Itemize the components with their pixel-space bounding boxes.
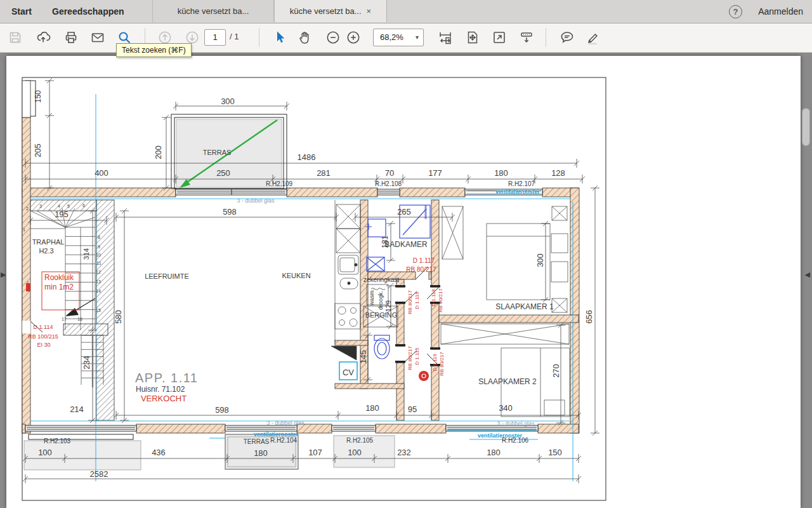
plan-label: 6 xyxy=(82,203,85,208)
zoom-out-icon[interactable] xyxy=(325,30,341,45)
tab-label: küche versetzt ba... xyxy=(290,6,362,16)
plan-label: R.H2.104 xyxy=(270,437,298,444)
plan-label: 16 xyxy=(77,317,82,321)
save-icon[interactable] xyxy=(8,30,23,45)
plan-label: 9 xyxy=(98,244,100,249)
plan-label: 14 xyxy=(96,289,101,293)
comment-icon[interactable] xyxy=(560,30,575,45)
fit-width-icon[interactable] xyxy=(438,30,453,45)
plan-label: wasm. xyxy=(369,289,375,306)
plan-label: 129 xyxy=(384,300,392,312)
page-number-input[interactable]: 1 xyxy=(204,29,226,46)
plan-label: 180 xyxy=(365,403,379,413)
plan-label: EI 30 xyxy=(37,342,50,348)
plan-label: 3 - dubbel glas xyxy=(237,197,275,204)
help-icon[interactable]: ? xyxy=(729,5,742,18)
plan-label: 17 xyxy=(62,317,67,321)
plan-label: 128 xyxy=(551,168,565,178)
plan-label: RB 80/217 xyxy=(438,288,443,312)
plan-label: 100 xyxy=(38,448,52,457)
plan-label: R.H2.109 xyxy=(266,180,293,187)
plan-label: 300 xyxy=(221,97,235,106)
plan-label: 2582 xyxy=(90,469,108,479)
kitchen-units xyxy=(331,200,360,360)
plan-label: TRAPHAL xyxy=(32,238,65,246)
plan-label: RB 80/217 xyxy=(439,352,445,376)
plan-label: 234 xyxy=(82,356,91,370)
plan-label: 70 xyxy=(385,168,394,178)
tab-label: küche versetzt ba... xyxy=(178,6,249,16)
plan-label: 270 xyxy=(551,364,561,378)
plan-label: 100 xyxy=(348,448,362,457)
plan-label: min 1m2 xyxy=(44,283,74,291)
plan-label: CV xyxy=(343,368,354,377)
print-icon[interactable] xyxy=(63,30,79,45)
hand-tool-icon[interactable] xyxy=(297,30,312,45)
plan-label: 181 xyxy=(381,236,390,248)
plan-label: 314 xyxy=(82,248,90,260)
plan-label: 4 xyxy=(58,204,60,208)
share-upload-icon[interactable] xyxy=(36,30,51,45)
plan-label: LEEFRUIMTE xyxy=(145,272,189,280)
plan-label: 400 xyxy=(95,168,108,178)
plan-label: D 1.114 xyxy=(34,324,53,330)
select-cursor-icon[interactable] xyxy=(272,30,287,45)
plan-label: 265 xyxy=(397,207,411,217)
pdf-page[interactable]: 300148640025028170177180128598265195TERR… xyxy=(6,56,801,508)
plan-label: 145 xyxy=(358,350,368,364)
plan-label: ventilatierooster xyxy=(478,432,523,439)
plan-label: 11 xyxy=(96,261,101,265)
menu-start[interactable]: Start xyxy=(3,0,41,23)
shaft-triangle xyxy=(331,346,357,360)
menu-tools[interactable]: Gereedschappen xyxy=(43,0,133,23)
plan-label: KEUKEN xyxy=(282,272,310,279)
search-tooltip: Tekst zoeken (⌘F) xyxy=(116,43,192,57)
plan-label: 12 xyxy=(96,270,101,274)
toolbar-separator xyxy=(259,28,259,47)
fullscreen-icon[interactable] xyxy=(492,30,507,45)
right-panel-toggle-icon[interactable]: ◀ xyxy=(805,271,810,279)
plan-label: R.H2.107 xyxy=(508,180,535,187)
plan-label: SLAAPKAMER 1 xyxy=(495,302,554,311)
plan-label: D 1.119 xyxy=(432,354,438,371)
plan-label: RB 80/217 xyxy=(406,266,436,273)
plan-label: 214 xyxy=(70,404,84,414)
chevron-down-icon: ▾ xyxy=(416,29,419,46)
left-panel-toggle-icon[interactable]: ▶ xyxy=(1,271,6,279)
plan-label: Rookluik xyxy=(44,273,74,282)
plan-label: 150 xyxy=(34,90,43,103)
plan-label: 150 xyxy=(548,448,562,457)
fit-page-icon[interactable] xyxy=(465,30,480,45)
zoom-in-icon[interactable] xyxy=(346,30,361,45)
signin-link[interactable]: Aanmelden xyxy=(758,0,803,23)
plan-label: 340 xyxy=(499,403,513,413)
plan-label: zekeringkast xyxy=(363,276,399,283)
zoom-level-value: 68,2% xyxy=(380,29,403,46)
plan-label: R.H2.103 xyxy=(44,438,71,444)
plan-label: TERRAS xyxy=(203,149,232,156)
highlighter-icon[interactable] xyxy=(585,30,600,45)
app-header: Start Gereedschappen küche versetzt ba..… xyxy=(0,0,812,23)
plan-label: 180 xyxy=(494,168,508,178)
plan-label: ventilatierooster xyxy=(495,189,540,195)
plan-label: 8 xyxy=(98,235,100,239)
tab-document-1[interactable]: küche versetzt ba... xyxy=(152,0,274,22)
plan-label: BADKAMER xyxy=(384,240,428,249)
close-icon[interactable]: × xyxy=(367,0,372,22)
scrollbar-thumb[interactable] xyxy=(802,108,810,146)
plan-label: R.H2.105 xyxy=(346,437,374,444)
plan-label: 232 xyxy=(397,448,411,457)
plan-label: RB 80/217 xyxy=(407,346,413,370)
scrolling-mode-icon[interactable] xyxy=(519,30,534,45)
plan-label: D 1.116 xyxy=(414,291,420,309)
standpipe-symbol xyxy=(419,371,429,381)
plan-label: RB 100/215 xyxy=(28,333,58,340)
plan-label: 598 xyxy=(215,405,229,415)
plan-label: 598 xyxy=(223,207,237,217)
email-icon[interactable] xyxy=(90,30,105,45)
zoom-level-select[interactable]: 68,2% ▾ xyxy=(373,29,424,46)
tab-document-2-active[interactable]: küche versetzt ba...× xyxy=(274,0,387,22)
plan-label: BERGING xyxy=(365,311,398,319)
plan-label: H2.3 xyxy=(39,247,53,255)
plan-label: 1 xyxy=(23,227,25,232)
